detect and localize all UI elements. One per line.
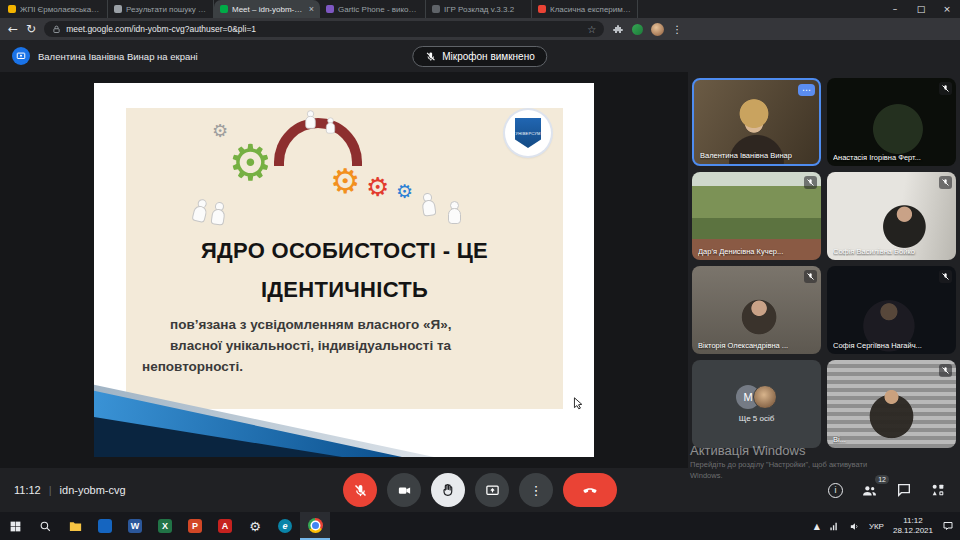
meet-main-area: ⚙ ⚙ ⚙ ⚙ ⚙ [0, 72, 960, 468]
tab-label: ІГР Розклад v.3.3.2 [444, 5, 525, 14]
overflow-avatars: M [736, 385, 777, 409]
tab-schedule[interactable]: ІГР Розклад v.3.3.2 [426, 0, 532, 18]
back-icon[interactable]: ← [8, 22, 18, 36]
participant-tile-viktoriia[interactable]: Вікторія Олександрівна ... [692, 266, 821, 354]
edge-icon: e [278, 519, 292, 533]
screen: ЖПІ Єрмолаєвська - конспе Результати пош… [0, 0, 960, 540]
participant-name: Софія Сергіївна Нагайч... [833, 341, 940, 350]
divider: | [49, 484, 52, 496]
mouse-cursor [572, 396, 585, 411]
tab-close-icon[interactable]: × [309, 4, 314, 14]
powerpoint-icon: P [188, 519, 202, 533]
browser-menu-icon[interactable]: ⋮ [672, 24, 682, 35]
figure-graphic [210, 201, 226, 226]
system-tray: ▲ УКР 11:12 28.12.2021 [814, 516, 960, 536]
extension-icon[interactable] [632, 24, 643, 35]
presenting-banner: Валентина Іванівна Винар на екрані Мікро… [0, 40, 960, 72]
maximize-button[interactable]: □ [908, 0, 934, 18]
tab-search-results[interactable]: Результати пошуку - «artil» [108, 0, 214, 18]
taskbar-search-button[interactable] [30, 512, 60, 540]
refresh-icon[interactable]: ↻ [26, 22, 36, 36]
participant-name: Анастасія Ігорівна Ферт... [833, 153, 940, 162]
taskbar-chrome-button[interactable] [300, 512, 330, 540]
start-button[interactable] [0, 512, 30, 540]
gear-icon: ⚙ [249, 519, 261, 534]
photos-icon [98, 519, 112, 533]
slide-illustration: ⚙ ⚙ ⚙ ⚙ ⚙ [136, 112, 553, 230]
close-button[interactable]: × [934, 0, 960, 18]
mic-button[interactable] [343, 473, 377, 507]
taskbar-edge-button[interactable]: e [270, 512, 300, 540]
extensions-puzzle-icon[interactable] [612, 23, 624, 35]
mic-status-label: Мікрофон вимкнено [442, 51, 534, 62]
more-options-icon: ⋮ [530, 483, 543, 498]
taskbar-acrobat-button[interactable]: A [210, 512, 240, 540]
participant-tile-last[interactable]: Ві... [827, 360, 956, 448]
tab-label: Meet – idn-yobm-cvg [232, 5, 305, 14]
bookmark-star-icon[interactable]: ☆ [587, 24, 596, 35]
taskbar-excel-button[interactable]: X [150, 512, 180, 540]
volume-icon[interactable] [849, 521, 860, 532]
taskbar-photos-button[interactable] [90, 512, 120, 540]
participant-tile-fert[interactable]: Анастасія Ігорівна Ферт... [827, 78, 956, 166]
tab-gartic-phone[interactable]: Gartic Phone - використову [320, 0, 426, 18]
participants-icon[interactable]: 12 [861, 482, 878, 499]
taskbar-clock[interactable]: 11:12 28.12.2021 [893, 516, 933, 536]
tab-meet-active[interactable]: Meet – idn-yobm-cvg × [214, 0, 320, 18]
mic-off-icon [425, 51, 436, 62]
tab-zhpi[interactable]: ЖПІ Єрмолаєвська - конспе [2, 0, 108, 18]
mic-muted-icon [939, 270, 952, 283]
leave-call-button[interactable] [563, 473, 617, 507]
more-options-button[interactable]: ⋮ [519, 473, 553, 507]
mic-muted-icon [804, 270, 817, 283]
tab-label: Результати пошуку - «artil» [126, 5, 207, 14]
tab-favicon [114, 5, 122, 13]
minimize-button[interactable]: – [882, 0, 908, 18]
notifications-icon[interactable] [942, 520, 954, 532]
meet-control-bar: 11:12 | idn-yobm-cvg ⋮ [0, 468, 960, 512]
logo-shield: УНІВЕРСУМ [515, 118, 541, 148]
meeting-info: 11:12 | idn-yobm-cvg [14, 484, 126, 496]
info-icon[interactable]: i [828, 483, 843, 498]
taskbar-explorer-button[interactable] [60, 512, 90, 540]
end-call-icon [581, 481, 599, 499]
call-controls: ⋮ [343, 473, 617, 507]
mic-muted-icon [939, 82, 952, 95]
search-icon [39, 520, 52, 533]
more-participants-tile[interactable]: M Ще 5 осіб [692, 360, 821, 448]
tab-video[interactable]: Класична експериментальн [532, 0, 638, 18]
participant-tile-nahaich[interactable]: Софія Сергіївна Нагайч... [827, 266, 956, 354]
language-indicator[interactable]: УКР [869, 522, 884, 531]
tab-favicon [326, 5, 334, 13]
taskbar-settings-button[interactable]: ⚙ [240, 512, 270, 540]
acrobat-icon: A [218, 519, 232, 533]
taskbar-word-button[interactable]: W [120, 512, 150, 540]
taskbar-powerpoint-button[interactable]: P [180, 512, 210, 540]
slide-title: ЯДРО ОСОБИСТОСТІ - ЦЕ ІДЕНТИЧНІСТЬ [136, 232, 553, 309]
presenting-icon [12, 47, 30, 65]
slide-body-text: пов’язана з усвідомленням власного «Я», … [136, 315, 553, 378]
tab-favicon [220, 5, 228, 13]
avatar [753, 385, 777, 409]
tray-expand-icon[interactable]: ▲ [814, 522, 820, 531]
raise-hand-button[interactable] [431, 473, 465, 507]
participant-name: Вікторія Олександрівна ... [698, 341, 805, 350]
participant-tile-boiko[interactable]: Софія Василівна Бойко [827, 172, 956, 260]
profile-avatar[interactable] [651, 23, 664, 36]
tab-favicon [8, 5, 16, 13]
url-bar[interactable]: meet.google.com/idn-yobm-cvg?authuser=0&… [44, 21, 604, 37]
present-button[interactable] [475, 473, 509, 507]
figure-graphic [420, 192, 436, 217]
tab-favicon [432, 5, 440, 13]
meeting-side-icons: i 12 [828, 482, 946, 499]
more-participants-label: Ще 5 осіб [739, 414, 775, 423]
tile-more-icon[interactable]: ⋯ [798, 84, 815, 96]
meeting-code: idn-yobm-cvg [60, 484, 126, 496]
activities-icon[interactable] [930, 482, 946, 498]
participant-tile-vynar[interactable]: ⋯ Валентина Іванівна Винар [692, 78, 821, 166]
arc-graphic [274, 118, 362, 166]
network-icon[interactable] [829, 521, 840, 532]
chat-icon[interactable] [896, 482, 912, 498]
camera-button[interactable] [387, 473, 421, 507]
participant-tile-kucher[interactable]: Дар’я Денисівна Кучер... [692, 172, 821, 260]
